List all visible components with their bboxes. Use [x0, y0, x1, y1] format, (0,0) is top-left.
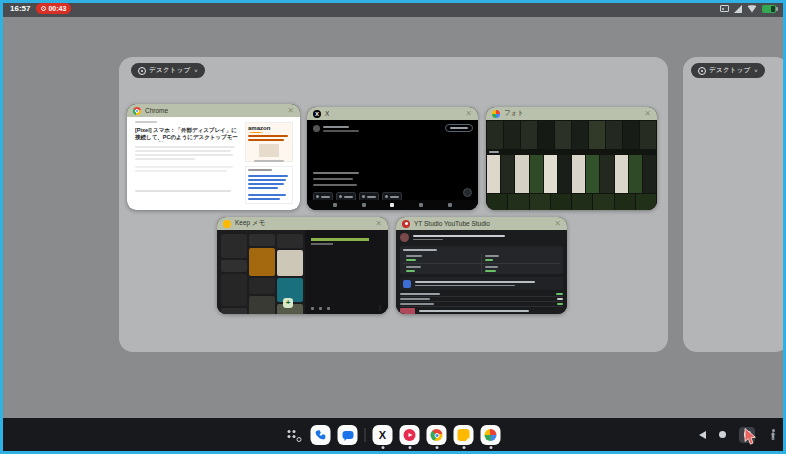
desk-2[interactable]: デスクトップ ∨ — [683, 57, 786, 352]
x-page-preview — [307, 120, 478, 210]
dock-item-keep[interactable] — [454, 425, 474, 445]
photo-tile — [555, 121, 571, 149]
link-skeleton — [248, 175, 288, 177]
note-tile — [221, 274, 247, 306]
x-bottom-nav — [307, 200, 478, 210]
amazon-logo: amazon — [248, 125, 290, 131]
note-tile — [249, 296, 275, 314]
channel-header — [400, 233, 505, 242]
text-skeleton — [135, 190, 231, 192]
window-x[interactable]: X X ✕ — [307, 107, 478, 210]
yt-studio-icon — [404, 429, 416, 441]
system-nav — [699, 418, 778, 451]
text-skeleton — [135, 146, 235, 148]
metric-row — [400, 302, 563, 307]
close-icon[interactable]: ✕ — [287, 107, 294, 115]
palette-icon — [319, 307, 322, 310]
note-tile — [277, 234, 303, 248]
text-skeleton — [135, 158, 195, 160]
chrome-page-preview: [Pixel] スマホ：「外部ディスプレイ」に接続して、PCのようにデスクトップ… — [127, 117, 300, 210]
desk-1-label-pill[interactable]: デスクトップ ∨ — [131, 63, 205, 78]
add-icon — [311, 307, 314, 310]
dock-item-chrome[interactable] — [427, 425, 447, 445]
close-icon[interactable]: ✕ — [375, 220, 382, 228]
note-tile — [221, 234, 247, 258]
article-column: [Pixel] スマホ：「外部ディスプレイ」に接続して、PCのようにデスクトップ… — [135, 121, 239, 192]
home-button[interactable] — [719, 431, 726, 438]
photo-row — [487, 155, 656, 193]
back-button[interactable] — [699, 431, 706, 439]
photo-tile — [504, 121, 520, 149]
note-tile — [249, 234, 275, 246]
photo-tile — [508, 194, 528, 210]
text-skeleton — [313, 178, 353, 180]
google-photos-icon — [492, 110, 500, 118]
open-note-panel: ⋮ — [305, 230, 388, 314]
profile-name-skeleton — [323, 126, 349, 128]
dock-item-yt-studio[interactable] — [400, 425, 420, 445]
x-icon: X — [379, 429, 386, 441]
follow-button — [445, 124, 473, 132]
text-skeleton — [313, 172, 359, 174]
stat-cell — [482, 263, 561, 274]
window-yt-studio[interactable]: YT Studio YouTube Studio ✕ — [396, 217, 567, 314]
chevron-down-icon: ∨ — [754, 68, 758, 73]
text-format-icon — [327, 307, 330, 310]
chevron-down-icon: ∨ — [194, 68, 198, 73]
window-photos[interactable]: フォト ✕ — [486, 107, 657, 210]
text-skeleton — [135, 150, 231, 152]
search-icon — [297, 437, 302, 442]
photo-tile — [572, 194, 592, 210]
link-skeleton — [248, 183, 284, 185]
close-icon[interactable]: ✕ — [554, 220, 561, 228]
metrics-list — [400, 292, 563, 307]
photo-tile — [615, 194, 635, 210]
screen-recording-badge[interactable]: 00:43 — [36, 3, 71, 14]
photo-tile — [629, 155, 642, 193]
photo-tile — [572, 155, 585, 193]
video-thumbnail — [400, 308, 415, 314]
dock-item-messages[interactable] — [338, 425, 358, 445]
ad-text-skeleton — [248, 139, 284, 141]
window-chrome[interactable]: Chrome ✕ [Pixel] スマホ：「外部ディスプレイ」に接続して、PCの… — [127, 104, 300, 210]
signal-icon — [734, 5, 742, 13]
desk-1-label: デスクトップ — [149, 66, 191, 75]
photo-tile — [643, 155, 656, 193]
yt-studio-icon — [402, 220, 410, 228]
desk-2-label-pill[interactable]: デスクトップ ∨ — [691, 63, 765, 78]
window-yt-studio-header: YT Studio YouTube Studio ✕ — [396, 217, 567, 230]
amazon-ad: amazon — [245, 122, 293, 162]
photo-tile — [551, 194, 571, 210]
close-icon[interactable]: ✕ — [644, 110, 651, 118]
dock: X — [286, 425, 501, 445]
photo-tile — [606, 121, 622, 149]
notice-banner — [400, 277, 563, 290]
recording-timer: 00:43 — [48, 5, 66, 12]
photo-tile — [487, 121, 503, 149]
card-title-skeleton — [403, 249, 437, 251]
launcher-icon[interactable] — [286, 426, 304, 444]
keep-icon — [458, 429, 470, 441]
ad-text-skeleton — [254, 160, 284, 162]
window-photos-header: フォト ✕ — [486, 107, 657, 120]
close-icon[interactable]: ✕ — [465, 110, 472, 118]
system-tray[interactable] — [720, 0, 776, 17]
note-text-skeleton — [311, 243, 333, 245]
dock-divider — [365, 428, 366, 442]
cast-icon — [720, 5, 729, 12]
stat-cell — [403, 253, 482, 263]
clock: 16:57 — [10, 4, 30, 13]
photo-tile — [501, 155, 514, 193]
window-chrome-title: Chrome — [145, 107, 168, 114]
x-icon: X — [313, 110, 321, 118]
window-keep[interactable]: Keep メモ ✕ + — [217, 217, 388, 314]
yt-studio-preview — [396, 230, 567, 314]
dock-item-x[interactable]: X — [373, 425, 393, 445]
accessibility-button[interactable] — [768, 429, 778, 441]
home-icon — [333, 203, 337, 207]
stats-grid — [403, 253, 560, 273]
dock-item-phone[interactable] — [311, 425, 331, 445]
date-label-skeleton — [489, 151, 499, 153]
ad-text-skeleton — [248, 135, 288, 137]
dock-item-photos[interactable] — [481, 425, 501, 445]
